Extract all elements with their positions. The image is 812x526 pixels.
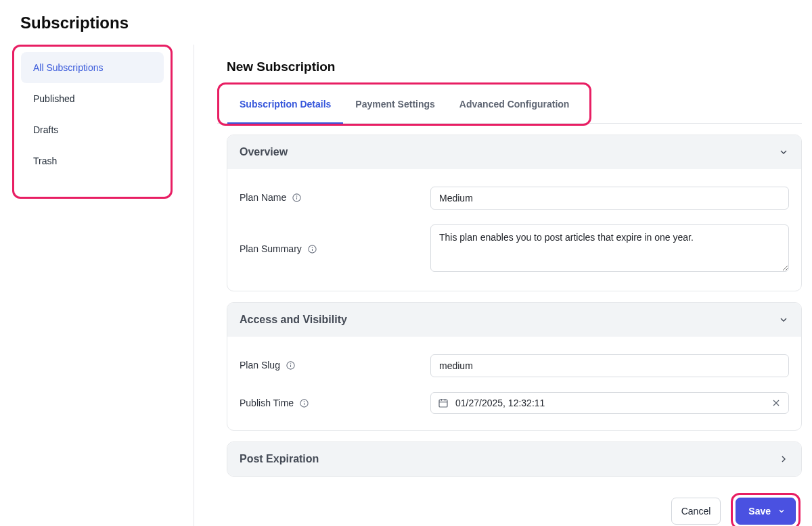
chevron-down-icon [778,314,789,325]
plan-slug-input[interactable] [430,354,789,377]
section-header-overview[interactable]: Overview [227,135,801,169]
content: New Subscription Subscription Details Pa… [194,45,812,526]
tab-subscription-details[interactable]: Subscription Details [227,85,343,124]
tab-payment-settings[interactable]: Payment Settings [343,85,447,124]
section-title: Access and Visibility [240,314,347,326]
info-icon [307,244,317,254]
highlight-box-sidebar: All Subscriptions Published Drafts Trash [12,45,173,199]
highlight-box-save: Save [731,493,800,526]
sidebar-item-published[interactable]: Published [21,83,164,114]
section-title: Post Expiration [240,453,319,465]
info-icon [299,398,309,408]
section-post-expiration: Post Expiration [227,441,802,477]
label-plan-summary: Plan Summary [240,224,430,254]
section-access-visibility: Access and Visibility Plan Slug Publish … [227,302,802,431]
svg-point-2 [296,195,297,196]
content-title: New Subscription [227,59,802,74]
section-title: Overview [240,146,288,158]
plan-summary-textarea[interactable] [430,224,789,272]
tab-advanced-configuration[interactable]: Advanced Configuration [447,85,582,124]
svg-rect-12 [439,400,447,407]
page-title: Subscriptions [0,0,812,45]
calendar-icon [438,398,449,408]
publish-time-input[interactable]: 01/27/2025, 12:32:11 [430,392,789,414]
section-header-access[interactable]: Access and Visibility [227,303,801,337]
publish-time-value: 01/27/2025, 12:32:11 [455,398,764,408]
sidebar-item-drafts[interactable]: Drafts [21,114,164,145]
info-icon [292,193,302,203]
clear-icon[interactable] [771,398,782,408]
sidebar-item-all-subscriptions[interactable]: All Subscriptions [21,52,164,83]
label-publish-time: Publish Time [240,392,430,408]
chevron-right-icon [778,454,789,464]
section-overview: Overview Plan Name Plan Summary [227,135,802,291]
highlight-box-tabs: Subscription Details Payment Settings Ad… [217,82,591,126]
chevron-down-icon [778,147,789,158]
svg-point-11 [304,401,304,402]
label-plan-slug: Plan Slug [240,354,430,370]
save-button-label: Save [748,506,771,517]
sidebar-item-trash[interactable]: Trash [21,145,164,176]
plan-name-input[interactable] [430,187,789,210]
svg-point-5 [312,247,313,247]
footer-actions: Cancel Save [227,493,802,526]
label-plan-name: Plan Name [240,187,430,203]
info-icon [286,360,296,370]
save-button[interactable]: Save [736,498,796,525]
section-header-post-expiration[interactable]: Post Expiration [227,442,801,476]
chevron-down-icon [777,507,786,515]
svg-point-8 [290,363,291,364]
cancel-button[interactable]: Cancel [671,498,721,525]
tabs: Subscription Details Payment Settings Ad… [219,85,589,124]
sidebar: All Subscriptions Published Drafts Trash [12,45,173,526]
